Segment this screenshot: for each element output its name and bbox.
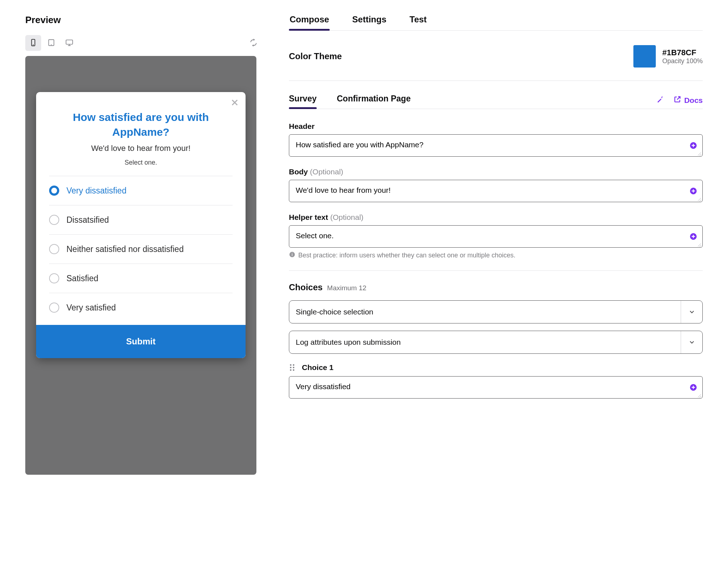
radio-icon — [49, 244, 59, 254]
device-desktop-button[interactable] — [61, 35, 77, 51]
docs-link[interactable]: Docs — [673, 95, 703, 105]
refresh-icon — [249, 38, 258, 48]
header-input-wrap — [289, 134, 703, 157]
color-swatch — [633, 45, 656, 68]
device-frame: How satisfied are you with AppName? We'd… — [25, 56, 256, 475]
color-opacity: Opacity 100% — [662, 57, 703, 65]
external-link-icon — [673, 95, 681, 105]
survey-option[interactable]: Very dissatisfied — [49, 176, 233, 205]
choice-1-input-wrap — [289, 376, 703, 399]
choices-max: Maximum 12 — [327, 284, 367, 292]
svg-rect-10 — [292, 253, 292, 254]
tablet-icon — [47, 39, 55, 48]
body-input[interactable] — [289, 180, 702, 200]
resize-handle-icon — [697, 393, 702, 397]
svg-rect-4 — [66, 40, 73, 44]
survey-option[interactable]: Neither satisfied nor dissatisfied — [49, 234, 233, 264]
tab-test[interactable]: Test — [409, 14, 428, 30]
helper-hint-text: Best practice: inform users whether they… — [298, 252, 515, 259]
insert-variable-button[interactable] — [689, 232, 697, 240]
device-mobile-button[interactable] — [25, 35, 41, 51]
resize-handle-icon — [697, 197, 702, 201]
choice-type-select[interactable]: Single-choice selection — [289, 300, 703, 323]
survey-option-label: Neither satisfied nor dissatisfied — [66, 244, 184, 254]
body-input-wrap — [289, 180, 703, 202]
svg-point-3 — [51, 44, 52, 45]
resize-handle-icon — [697, 151, 702, 156]
docs-link-label: Docs — [684, 96, 703, 105]
survey-submit-button[interactable]: Submit — [36, 325, 246, 358]
survey-body: We'd love to hear from your! — [36, 144, 246, 159]
choice-1-input[interactable] — [289, 377, 702, 397]
color-theme-label: Color Theme — [289, 51, 342, 61]
subtab-confirmation[interactable]: Confirmation Page — [337, 94, 411, 109]
survey-option[interactable]: Very satisfied — [49, 293, 233, 322]
resize-handle-icon — [697, 242, 702, 247]
color-swatch-row[interactable]: #1B78CF Opacity 100% — [633, 45, 703, 68]
choices-label: Choices — [289, 282, 322, 292]
survey-option-label: Dissatsified — [66, 215, 109, 225]
radio-icon — [49, 215, 59, 225]
log-attributes-value: Log attributes upon submission — [296, 338, 401, 347]
tab-compose[interactable]: Compose — [289, 14, 330, 30]
magic-wand-button[interactable] — [656, 95, 664, 105]
svg-rect-9 — [292, 254, 292, 256]
drag-handle-icon[interactable] — [289, 364, 295, 371]
body-field-optional: (Optional) — [310, 168, 343, 176]
info-icon — [289, 251, 295, 260]
header-input[interactable] — [289, 135, 702, 155]
survey-option-label: Very satisfied — [66, 303, 116, 313]
radio-icon — [49, 273, 59, 283]
insert-variable-button[interactable] — [689, 187, 697, 195]
body-field-label: Body — [289, 168, 308, 176]
refresh-button[interactable] — [247, 36, 260, 49]
preview-toolbar — [25, 35, 260, 51]
helper-field-label: Helper text — [289, 213, 328, 221]
survey-options: Very dissatisfied Dissatsified Neither s… — [36, 176, 246, 322]
header-field-label: Header — [289, 122, 315, 130]
color-hex: #1B78CF — [662, 48, 703, 57]
choice-type-value: Single-choice selection — [296, 308, 373, 316]
sub-tabs: Survey Confirmation Page — [289, 94, 411, 109]
magic-wand-icon — [656, 95, 664, 105]
survey-card: How satisfied are you with AppName? We'd… — [36, 92, 246, 358]
insert-variable-button[interactable] — [689, 383, 697, 391]
radio-icon — [49, 186, 59, 196]
insert-variable-button[interactable] — [689, 142, 697, 149]
helper-input[interactable] — [289, 226, 702, 246]
chevron-down-icon — [681, 331, 702, 353]
helper-hint: Best practice: inform users whether they… — [289, 251, 703, 260]
device-group — [25, 35, 77, 51]
survey-option[interactable]: Satisfied — [49, 264, 233, 293]
close-icon — [230, 103, 239, 108]
helper-input-wrap — [289, 225, 703, 248]
mobile-icon — [29, 39, 37, 48]
chevron-down-icon — [681, 301, 702, 323]
device-tablet-button[interactable] — [43, 35, 59, 51]
svg-point-1 — [33, 44, 34, 45]
log-attributes-select[interactable]: Log attributes upon submission — [289, 331, 703, 354]
survey-option-label: Very dissatisfied — [66, 186, 126, 196]
main-tabs: Compose Settings Test — [289, 14, 703, 31]
helper-field-optional: (Optional) — [330, 213, 363, 221]
subtab-survey[interactable]: Survey — [289, 94, 317, 109]
choice-1-label: Choice 1 — [302, 363, 334, 372]
survey-header: How satisfied are you with AppName? — [36, 108, 246, 144]
survey-option-label: Satisfied — [66, 274, 98, 283]
survey-close-button[interactable] — [230, 98, 240, 108]
desktop-icon — [65, 39, 73, 48]
survey-option[interactable]: Dissatsified — [49, 205, 233, 234]
radio-icon — [49, 303, 59, 313]
preview-title: Preview — [25, 14, 260, 26]
tab-settings[interactable]: Settings — [351, 14, 387, 30]
survey-helper: Select one. — [36, 159, 246, 176]
